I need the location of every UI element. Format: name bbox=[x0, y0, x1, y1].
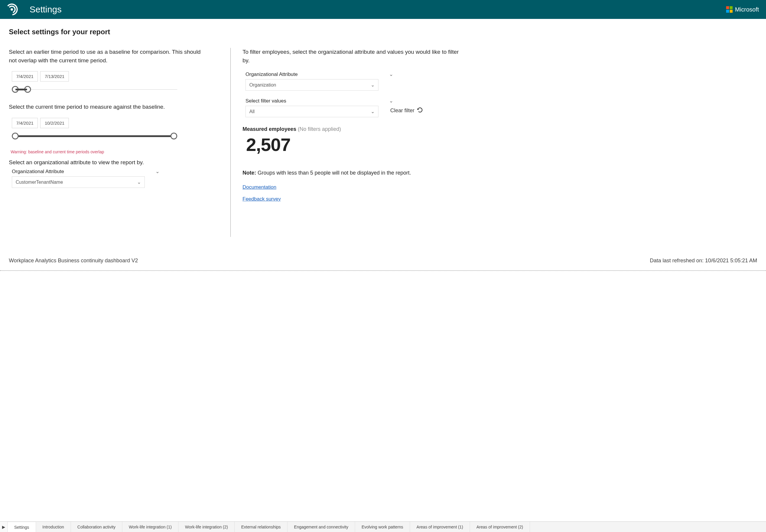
filter-values-value: All bbox=[249, 109, 255, 114]
last-refreshed: Data last refreshed on: 10/6/2021 5:05:2… bbox=[650, 258, 757, 264]
org-attr-instruction: Select an organizational attribute to vi… bbox=[9, 158, 204, 167]
filter-org-attr-label: Organizational Attribute bbox=[245, 71, 298, 77]
current-start-date[interactable]: 7/4/2021 bbox=[12, 118, 38, 128]
current-end-date[interactable]: 10/2/2021 bbox=[40, 118, 69, 128]
baseline-instruction: Select an earlier time period to use as … bbox=[9, 48, 204, 65]
two-column-layout: Select an earlier time period to use as … bbox=[9, 48, 757, 237]
product-name: Workplace Analytics Business continuity … bbox=[9, 258, 138, 264]
current-slider-handle-end[interactable] bbox=[170, 133, 177, 139]
measured-employees-label: Measured employees (No filters applied) bbox=[243, 126, 464, 132]
footer-info: Workplace Analytics Business continuity … bbox=[0, 258, 766, 265]
microsoft-brand-text: Microsoft bbox=[735, 6, 759, 13]
left-column: Select an earlier time period to use as … bbox=[9, 48, 222, 237]
baseline-slider[interactable] bbox=[12, 85, 177, 94]
chevron-down-icon: ⌄ bbox=[389, 98, 393, 104]
org-attr-value: CustomerTenantName bbox=[16, 180, 63, 185]
baseline-start-date[interactable]: 7/4/2021 bbox=[12, 71, 38, 82]
filter-org-attr-value: Organization bbox=[249, 82, 276, 88]
microsoft-logo-icon bbox=[726, 6, 733, 13]
undo-icon bbox=[417, 107, 423, 115]
app-logo-icon bbox=[7, 3, 19, 16]
current-slider[interactable] bbox=[12, 132, 177, 141]
chevron-down-icon: ⌄ bbox=[155, 168, 160, 175]
measured-employees-value: 2,507 bbox=[246, 134, 464, 155]
section-heading: Select settings for your report bbox=[9, 28, 757, 36]
filter-org-attr-label-row[interactable]: Organizational Attribute ⌄ bbox=[245, 71, 393, 77]
org-attr-label: Organizational Attribute bbox=[12, 169, 64, 175]
current-instruction: Select the current time period to measur… bbox=[9, 103, 204, 111]
current-date-row: 7/4/2021 10/2/2021 bbox=[12, 118, 204, 128]
chevron-down-icon: ⌄ bbox=[389, 71, 393, 77]
min-group-note: Note: Groups with less than 5 people wil… bbox=[243, 170, 464, 176]
filter-org-attr-select[interactable]: Organization ⌄ bbox=[245, 79, 378, 91]
microsoft-brand: Microsoft bbox=[726, 6, 759, 13]
filter-values-label-row[interactable]: Select filter values ⌄ bbox=[245, 98, 393, 104]
chevron-down-icon: ⌄ bbox=[371, 109, 375, 114]
content: Select settings for your report Select a… bbox=[0, 19, 766, 240]
column-divider bbox=[230, 48, 231, 237]
right-column: To filter employees, select the organiza… bbox=[240, 48, 464, 237]
clear-filter-button[interactable]: Clear filter bbox=[390, 107, 423, 115]
feedback-survey-link[interactable]: Feedback survey bbox=[243, 196, 281, 202]
org-attr-select[interactable]: CustomerTenantName ⌄ bbox=[12, 176, 145, 188]
org-attr-label-row[interactable]: Organizational Attribute ⌄ bbox=[12, 168, 160, 175]
app-header: Settings Microsoft bbox=[0, 0, 766, 19]
chevron-down-icon: ⌄ bbox=[137, 179, 141, 185]
documentation-link[interactable]: Documentation bbox=[243, 184, 276, 190]
chevron-down-icon: ⌄ bbox=[371, 82, 375, 88]
filter-instruction: To filter employees, select the organiza… bbox=[243, 48, 464, 65]
current-slider-handle-start[interactable] bbox=[12, 133, 19, 139]
clear-filter-label: Clear filter bbox=[390, 108, 414, 114]
page-title: Settings bbox=[30, 4, 61, 14]
svg-point-0 bbox=[7, 3, 19, 16]
header-left: Settings bbox=[7, 3, 61, 16]
filter-values-label: Select filter values bbox=[245, 98, 286, 104]
svg-point-2 bbox=[11, 8, 13, 11]
filter-values-row: All ⌄ Clear filter bbox=[243, 104, 464, 117]
overlap-warning: Warning: baseline and current time perio… bbox=[11, 149, 204, 154]
baseline-date-row: 7/4/2021 7/13/2021 bbox=[12, 71, 204, 82]
filter-values-select[interactable]: All ⌄ bbox=[245, 106, 378, 117]
baseline-end-date[interactable]: 7/13/2021 bbox=[40, 71, 69, 82]
